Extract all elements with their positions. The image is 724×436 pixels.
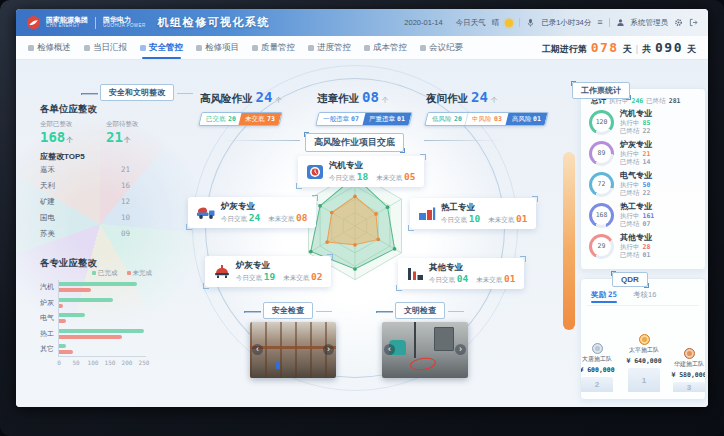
donut-ring: 72 [589, 172, 614, 197]
ticket-item: 168 热工专业 执行中161 已终结07 [589, 202, 654, 228]
normal-violation-badge: 一般违章07 [317, 113, 366, 125]
bar-done [59, 298, 113, 302]
sun-icon [505, 19, 513, 27]
carousel-prev-icon[interactable]: ‹ [252, 344, 263, 355]
profession-rectify-title: 各专业应整改 [40, 257, 97, 270]
all-pending-value: 21个 [106, 129, 130, 145]
gear-icon[interactable] [674, 18, 683, 27]
bar-done [59, 313, 85, 317]
brand-divider [95, 17, 96, 29]
record-duration: 已录1小时34分 [541, 18, 591, 28]
qdr-tab-reward[interactable]: 奖励 25 [591, 290, 617, 300]
decor-orange-gauge [563, 152, 575, 330]
app-title: 机组检修可视化系统 [158, 15, 271, 30]
tab-progress-control[interactable]: 进度管控 [308, 36, 351, 59]
tab-maintenance-project[interactable]: 检修项目 [196, 36, 239, 59]
legend-undone-dot [127, 271, 131, 275]
tab-progress-control-icon [308, 45, 314, 51]
qdr-panel: 奖励 25 考核16 大唐施工队 ¥ 600,000 2 太平施工队 ¥ 640… [580, 278, 706, 400]
bar-undone [59, 335, 122, 339]
bar-undone [59, 288, 91, 292]
high-risk-badge: 高风险01 [505, 113, 547, 125]
carousel-prev-icon[interactable]: ‹ [384, 344, 395, 355]
top5-row: 国电10 [40, 213, 130, 223]
brand-group-en: CHN ENERGY [46, 24, 88, 29]
bar-undone [59, 319, 66, 323]
qdr-badge: QDR [612, 272, 648, 287]
tab-safety-control-icon [140, 45, 146, 51]
tab-daily-report[interactable]: 当日汇报 [84, 36, 127, 59]
podium-rank1: 太平施工队 ¥ 640,000 1 [621, 334, 667, 393]
turbine-icon [306, 163, 324, 181]
brand-group: 国家能源集团 CHN ENERGY [46, 16, 88, 29]
bronze-medal-icon [684, 348, 695, 359]
all-done-value: 168个 [40, 129, 73, 145]
pump-icon [213, 264, 231, 279]
tab-overview[interactable]: 检修概述 [28, 36, 71, 59]
logout-icon[interactable] [689, 18, 698, 27]
civil-inspection-photo[interactable]: ‹ › [382, 322, 468, 378]
top5-row: 天利16 [40, 181, 130, 191]
tab-daily-report-icon [84, 45, 90, 51]
tab-cost-control[interactable]: 成本管控 [364, 36, 407, 59]
header: 国家能源集团 CHN ENERGY 国华电力 GUOHUA POWER 机组检修… [16, 9, 708, 36]
weather-value: 晴 [492, 18, 500, 28]
qdr-tab-assess[interactable]: 考核16 [633, 290, 656, 300]
unit-rectify-title: 各单位应整改 [40, 103, 97, 116]
work-ticket-badge: 工作票统计 [572, 82, 630, 99]
tab-meeting-minutes[interactable]: 会议纪要 [420, 36, 463, 59]
safety-inspection-photo[interactable]: ‹ › [250, 322, 336, 378]
severe-violation-badge: 严重违章01 [362, 113, 411, 125]
podium-rank3: 华建施工队 ¥ 580,000 3 [669, 348, 706, 393]
radar-section-title: 高风险作业项目交底 [305, 133, 404, 152]
carousel-next-icon[interactable]: › [323, 344, 334, 355]
top5-title: 应整改TOP5 [40, 151, 85, 162]
user-name[interactable]: 系统管理员 [631, 18, 669, 28]
end-total: 281 [669, 97, 681, 105]
company-logo-icon [26, 15, 41, 30]
donut-ring: 29 [589, 234, 614, 259]
tab-quality-control[interactable]: 质量管控 [252, 36, 295, 59]
disclosed-badge: 已交底20 [200, 113, 242, 125]
tab-maintenance-project-icon [196, 45, 202, 51]
weather-label: 今日天气 [456, 18, 486, 28]
reward-podium: 大唐施工队 ¥ 600,000 2 太平施工队 ¥ 640,000 1 华建施工… [581, 309, 706, 397]
tab-safety-control[interactable]: 安全管控 [140, 36, 183, 59]
work-ticket-panel: 总计 执行中 246 已终结 281 120 汽机专业 执行中85 已终结22 … [580, 88, 706, 270]
header-right: 2020-01-14 今日天气 晴 已录1小时34分 ≡ 系统管理员 [404, 18, 698, 28]
carousel-next-icon[interactable]: › [455, 344, 466, 355]
undisclosed-badge: 未交底73 [239, 113, 281, 125]
microphone-icon[interactable] [526, 18, 535, 27]
card-thermal: 热工专业 今日交底 10 未来交底 01 [410, 198, 536, 229]
header-date: 2020-01-14 [404, 18, 442, 27]
low-risk-badge: 低风险20 [426, 113, 468, 125]
ticket-item: 89 炉灰专业 执行中21 已终结14 [589, 140, 652, 166]
civil-inspection-title: 文明检查 [395, 302, 445, 319]
project-period: 工期进行第 078 天 | 共 090 天 [542, 40, 696, 56]
gold-medal-icon [639, 334, 650, 345]
tab-overview-icon [28, 45, 34, 51]
ticket-item: 29 其他专业 执行中28 已终结01 [589, 233, 652, 259]
brand-company-en: GUOHUA POWER [103, 24, 146, 29]
donut-ring: 89 [589, 141, 614, 166]
tab-quality-control-icon [252, 45, 258, 51]
night-work-badges: 低风险20 中风险03 高风险01 [424, 112, 548, 126]
bar-undone [59, 350, 73, 354]
mid-risk-badge: 中风险03 [465, 113, 508, 125]
bar-done [59, 329, 144, 333]
x-axis [58, 356, 146, 357]
tab-cost-control-icon [364, 45, 370, 51]
period-total-days: 090 [655, 40, 683, 55]
card-ash-2: 炉灰专业 今日交底 19 未来交底 02 [205, 256, 331, 287]
brand-company: 国华电力 GUOHUA POWER [103, 16, 146, 29]
menu-icon[interactable]: ≡ [597, 18, 602, 27]
stat-high-risk-work: 高风险作业24个 已交底20 未交底73 [200, 89, 282, 126]
top5-row: 矿建12 [40, 197, 130, 207]
card-turbine: 汽机专业 今日交底 18 未来交底 05 [298, 156, 424, 187]
legend-done-dot [92, 271, 96, 275]
card-ash-1: 炉灰专业 今日交底 24 未来交底 08 [188, 197, 316, 228]
stat-violation-work: 违章作业08个 一般违章07 严重违章01 [317, 89, 411, 126]
violation-badges: 一般违章07 严重违章01 [315, 112, 412, 126]
donut-ring: 120 [589, 110, 614, 135]
brand: 国家能源集团 CHN ENERGY 国华电力 GUOHUA POWER 机组检修… [26, 15, 270, 30]
